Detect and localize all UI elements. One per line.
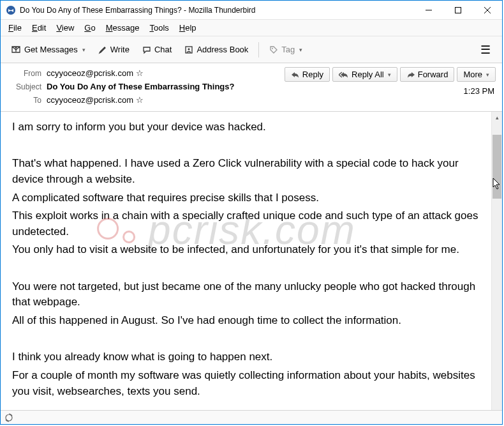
chevron-down-icon: ▾ bbox=[299, 47, 302, 53]
body-blank bbox=[12, 138, 480, 154]
scroll-thumb[interactable] bbox=[493, 135, 501, 199]
body-line: You were not targeted, but just became o… bbox=[12, 279, 480, 310]
download-icon bbox=[11, 45, 21, 54]
forward-icon bbox=[406, 71, 415, 79]
reply-button[interactable]: Reply bbox=[285, 67, 330, 82]
to-row: To ccyyoceoz@pcrisk.com ☆ bbox=[7, 95, 496, 105]
pencil-icon bbox=[98, 45, 107, 54]
app-window: Do You Do Any of These Embarrassing Thin… bbox=[0, 0, 503, 425]
address-book-button[interactable]: Address Book bbox=[179, 42, 253, 57]
subject-value: Do You Do Any of These Embarrassing Thin… bbox=[47, 82, 234, 91]
close-button[interactable] bbox=[473, 1, 502, 20]
chat-icon bbox=[142, 45, 151, 54]
minimize-button[interactable] bbox=[414, 1, 443, 20]
get-messages-label: Get Messages bbox=[24, 45, 78, 54]
from-value[interactable]: ccyyoceoz@pcrisk.com bbox=[47, 68, 133, 78]
body-line: I think you already know what is going t… bbox=[12, 349, 480, 365]
menu-file[interactable]: File bbox=[3, 22, 27, 34]
titlebar: Do You Do Any of These Embarrassing Thin… bbox=[1, 1, 502, 20]
menu-edit[interactable]: Edit bbox=[27, 22, 51, 34]
body-line: This exploit works in a chain with a spe… bbox=[12, 208, 480, 240]
address-book-icon bbox=[184, 45, 193, 54]
reply-all-icon bbox=[339, 71, 349, 79]
menu-help[interactable]: Help bbox=[174, 22, 202, 34]
address-book-label: Address Book bbox=[196, 45, 248, 54]
reply-all-label: Reply All bbox=[352, 70, 384, 79]
tag-label: Tag bbox=[281, 45, 295, 54]
reply-label: Reply bbox=[302, 70, 323, 79]
message-body: I am sorry to inform you but your device… bbox=[1, 112, 491, 410]
toolbar: Get Messages ▾ Write Chat Address Book T… bbox=[1, 36, 502, 63]
write-label: Write bbox=[110, 45, 130, 54]
body-line: All of this happened in August. So I've … bbox=[12, 313, 480, 329]
menu-view[interactable]: View bbox=[51, 22, 79, 34]
menu-tools[interactable]: Tools bbox=[144, 22, 174, 34]
body-blank bbox=[12, 261, 480, 277]
chevron-down-icon: ▾ bbox=[82, 47, 85, 53]
sync-icon bbox=[4, 413, 13, 422]
subject-row: Subject Do You Do Any of These Embarrass… bbox=[7, 82, 496, 91]
star-icon[interactable]: ☆ bbox=[136, 68, 144, 78]
window-controls bbox=[414, 1, 502, 19]
write-button[interactable]: Write bbox=[93, 42, 135, 57]
body-line: You only had to visit a website to be in… bbox=[12, 242, 480, 258]
tag-button[interactable]: Tag ▾ bbox=[264, 42, 308, 57]
chat-label: Chat bbox=[154, 45, 172, 54]
chevron-down-icon: ▾ bbox=[388, 72, 391, 78]
menu-go[interactable]: Go bbox=[79, 22, 100, 34]
chat-button[interactable]: Chat bbox=[137, 42, 177, 57]
app-menu-button[interactable]: ☰ bbox=[474, 40, 497, 59]
time-label: 1:23 PM bbox=[464, 86, 494, 96]
svg-point-6 bbox=[188, 48, 190, 50]
more-button[interactable]: More ▾ bbox=[457, 67, 496, 82]
scroll-up-icon[interactable]: ▴ bbox=[492, 112, 502, 123]
body-line: A complicated software that requires pre… bbox=[12, 190, 480, 206]
body-line: That's what happened. I have used a Zero… bbox=[12, 156, 480, 187]
forward-button[interactable]: Forward bbox=[400, 67, 455, 82]
chevron-down-icon: ▾ bbox=[486, 72, 489, 78]
tag-icon bbox=[269, 45, 278, 54]
scrollbar[interactable]: ▴ bbox=[491, 112, 502, 410]
svg-point-7 bbox=[272, 48, 273, 49]
get-messages-button[interactable]: Get Messages ▾ bbox=[6, 42, 91, 57]
body-container: I am sorry to inform you but your device… bbox=[1, 112, 502, 410]
action-buttons: Reply Reply All ▾ Forward More ▾ bbox=[285, 67, 496, 82]
more-label: More bbox=[463, 70, 482, 79]
window-title: Do You Do Any of These Embarrassing Thin… bbox=[20, 6, 414, 15]
statusbar bbox=[1, 410, 502, 424]
hamburger-icon: ☰ bbox=[480, 43, 491, 56]
body-line: I am sorry to inform you but your device… bbox=[12, 119, 480, 135]
to-value[interactable]: ccyyoceoz@pcrisk.com bbox=[47, 95, 133, 105]
body-line: For a couple of month my software was qu… bbox=[12, 368, 480, 399]
message-headers: Reply Reply All ▾ Forward More ▾ From cc… bbox=[1, 63, 502, 112]
reply-all-button[interactable]: Reply All ▾ bbox=[332, 67, 397, 82]
reply-icon bbox=[291, 71, 300, 79]
body-blank bbox=[12, 331, 480, 347]
svg-rect-2 bbox=[456, 8, 461, 13]
menubar: File Edit View Go Message Tools Help bbox=[1, 20, 502, 36]
to-label: To bbox=[7, 96, 41, 105]
toolbar-separator bbox=[258, 42, 259, 57]
menu-message[interactable]: Message bbox=[101, 22, 145, 34]
forward-label: Forward bbox=[418, 70, 448, 79]
from-label: From bbox=[7, 69, 41, 78]
app-icon bbox=[6, 5, 16, 15]
maximize-button[interactable] bbox=[443, 1, 473, 20]
subject-label: Subject bbox=[7, 82, 41, 91]
star-icon[interactable]: ☆ bbox=[136, 95, 144, 105]
